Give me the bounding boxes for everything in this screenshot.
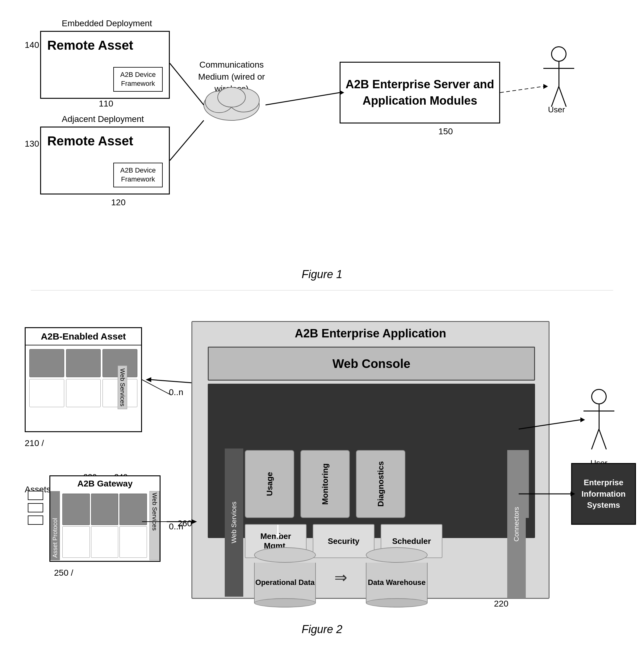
user-figure2: User [583,389,614,468]
a2b-framework-bottom-text: A2B DeviceFramework [120,166,156,184]
gateway-title: A2B Gateway [50,476,160,491]
small-asset-rect-3 [28,516,43,525]
module-diagnostics: Diagnostics [356,450,405,518]
svg-line-6 [266,93,340,105]
gateway-grid [60,491,149,560]
data-warehouse-cylinder: Data Warehouse [366,547,428,608]
stickman-body [558,62,559,87]
gw-cell-2 [91,494,119,525]
cylinder-top-dw [366,547,428,563]
stickman2-leg-right [591,429,600,450]
enterprise-server-label: A2B Enterprise Server andApplication Mod… [345,76,494,109]
connectors-vert-text: Connectors [513,507,521,542]
module-usage: Usage [245,450,294,518]
user-figure [543,46,574,114]
cloud-shape [197,77,266,127]
a2b-framework-top-text: A2B DeviceFramework [120,70,156,88]
small-asset-rect-2 [28,503,43,513]
remote-asset-bottom-box: Remote Asset A2B DeviceFramework [40,127,170,194]
operational-data-label: Operational Data [255,578,315,587]
asset-cell-2 [66,349,101,377]
svg-line-10 [151,380,191,383]
enterprise-app-title: A2B Enterprise Application [192,322,549,345]
stickman2-body [599,404,600,429]
label-0n-top: 0..n [169,388,183,397]
stickman2-head [591,389,607,404]
divider-line [31,290,613,290]
cylinder-body-dw: Data Warehouse [366,563,428,603]
label-150: 150 [438,127,453,136]
eis-text: Enterprise Information Systems [582,478,626,509]
enterprise-server-box: A2B Enterprise Server andApplication Mod… [340,62,500,123]
gw-cell-1 [62,494,90,525]
figure1-area: Embedded Deployment Remote Asset A2B Dev… [0,9,644,287]
stickman [543,46,574,114]
data-warehouse-label: Data Warehouse [368,578,425,587]
modules-row: Usage Monitoring Diagnostics [245,450,405,518]
web-console-label: Web Console [333,357,410,371]
module-usage-text: Usage [265,472,274,496]
enterprise-app-box: A2B Enterprise Application Web Console W… [191,321,550,599]
label-260: 260 [178,519,192,528]
stickman2 [583,389,614,457]
module-monitoring-text: Monitoring [320,463,330,505]
label-130: 130 [25,139,39,149]
web-services-label-asset: Web Services [118,366,127,409]
cylinder-bottom-dw [366,598,428,608]
gw-cell-3 [120,494,147,525]
gw-cell-4 [62,526,90,558]
eis-label: Enterprise Information Systems [572,477,635,510]
stickman-arms [543,68,574,69]
label-140: 140 [25,40,39,50]
adjacent-deployment-label: Adjacent Deployment [62,114,144,124]
small-asset-rect-1 [28,491,43,500]
stickman-leg-left [558,86,567,107]
remote-asset-top-box: Remote Asset A2B DeviceFramework [40,31,170,99]
asset-cell-5 [66,379,101,407]
eis-box: Enterprise Information Systems [571,463,636,525]
page-container: Embedded Deployment Remote Asset A2B Dev… [0,0,644,651]
scheduler-text: Scheduler [392,536,431,546]
cylinder-bottom-op [254,598,316,608]
asset-cell-4 [29,379,64,407]
enabled-asset-box: A2B-Enabled Asset Web Services [25,327,142,432]
web-services-vert: Web Services [225,448,243,597]
gw-cell-5 [91,526,119,558]
svg-line-8 [500,87,543,93]
gateway-box: A2B Gateway Asset Protocol Web Services [50,475,160,562]
a2b-device-framework-bottom: A2B DeviceFramework [113,163,163,187]
stickman-head [551,46,566,62]
figure2-area: A2B-Enabled Asset Web Services 210 / Ass… [0,309,644,642]
stickman-leg-right [551,86,559,107]
module-monitoring: Monitoring [300,450,350,518]
label-210: 210 / [25,438,44,448]
web-services-vert-text: Web Services [230,502,238,543]
label-220: 220 [494,599,509,609]
db-arrow: ⇒ [334,568,347,587]
label-110: 110 [99,99,113,108]
svg-marker-11 [146,377,151,382]
db-area: Operational Data ⇒ Data Warehouse [254,547,428,608]
dark-band: Web Services Usage Monitoring Diagnostic… [208,384,535,538]
asset-cell-1 [29,349,64,377]
gateway-inner: Asset Protocol Web Services [50,491,160,560]
svg-line-14 [142,380,171,395]
a2b-device-framework-top: A2B DeviceFramework [113,67,163,92]
gw-cell-6 [120,526,147,558]
operational-data-cylinder: Operational Data [254,547,316,608]
remote-asset-top-label: Remote Asset [47,38,133,53]
label-250: 250 / [54,568,73,578]
label-120: 120 [111,197,126,208]
fig1-caption: Figure 1 [302,268,342,281]
svg-point-3 [218,87,245,107]
asset-protocol-label: Asset Protocol [50,491,60,560]
remote-asset-bottom-label: Remote Asset [47,134,133,149]
web-services-label-gw: Web Services [149,491,160,560]
stickman2-leg-left [599,429,607,450]
module-diagnostics-text: Diagnostics [376,461,386,506]
embedded-deployment-label: Embedded Deployment [62,19,152,28]
web-console-box: Web Console [208,347,535,381]
enabled-asset-title: A2B-Enabled Asset [26,328,141,345]
cylinder-body-op: Operational Data [254,563,316,603]
cylinder-top-op [254,547,316,563]
